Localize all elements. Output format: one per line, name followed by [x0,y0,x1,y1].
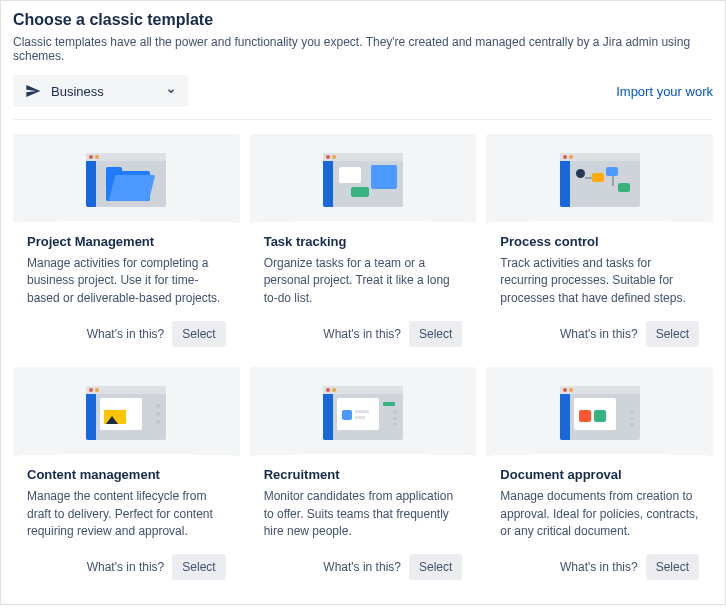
template-desc: Manage the content lifecycle from draft … [27,488,226,540]
template-title: Task tracking [264,234,463,249]
template-illustration [13,134,240,226]
template-desc: Organize tasks for a team or a personal … [264,255,463,307]
whats-in-this-link[interactable]: What's in this? [323,560,401,574]
template-card-project-management: Project Management Manage activities for… [13,134,240,357]
template-card-content-management: Content management Manage the content li… [13,367,240,590]
template-illustration [486,367,713,459]
template-illustration [250,367,477,459]
divider [13,119,713,120]
page-subtitle: Classic templates have all the power and… [13,35,713,63]
template-desc: Monitor candidates from application to o… [264,488,463,540]
category-dropdown[interactable]: Business [13,75,188,107]
template-illustration [250,134,477,226]
whats-in-this-link[interactable]: What's in this? [560,560,638,574]
category-selected-label: Business [51,84,156,99]
template-title: Process control [500,234,699,249]
controls-row: Business Import your work [13,75,713,107]
import-link[interactable]: Import your work [616,84,713,99]
template-card-document-approval: Document approval Manage documents from … [486,367,713,590]
template-card-recruitment: Recruitment Monitor candidates from appl… [250,367,477,590]
template-card-process-control: Process control Track activities and tas… [486,134,713,357]
template-cards-grid: Project Management Manage activities for… [13,134,713,590]
select-button[interactable]: Select [409,554,462,580]
select-button[interactable]: Select [646,554,699,580]
whats-in-this-link[interactable]: What's in this? [560,327,638,341]
template-title: Project Management [27,234,226,249]
header: Choose a classic template Classic templa… [13,11,713,63]
template-card-task-tracking: Task tracking Organize tasks for a team … [250,134,477,357]
template-title: Document approval [500,467,699,482]
select-button[interactable]: Select [172,321,225,347]
template-title: Content management [27,467,226,482]
select-button[interactable]: Select [409,321,462,347]
chevron-down-icon [166,86,176,96]
page-title: Choose a classic template [13,11,713,29]
template-desc: Manage activities for completing a busin… [27,255,226,307]
template-desc: Manage documents from creation to approv… [500,488,699,540]
template-illustration [13,367,240,459]
whats-in-this-link[interactable]: What's in this? [323,327,401,341]
paper-plane-icon [25,83,41,99]
whats-in-this-link[interactable]: What's in this? [87,327,165,341]
select-button[interactable]: Select [646,321,699,347]
whats-in-this-link[interactable]: What's in this? [87,560,165,574]
select-button[interactable]: Select [172,554,225,580]
template-picker-panel: Choose a classic template Classic templa… [0,0,726,605]
template-illustration [486,134,713,226]
template-title: Recruitment [264,467,463,482]
template-desc: Track activities and tasks for recurring… [500,255,699,307]
